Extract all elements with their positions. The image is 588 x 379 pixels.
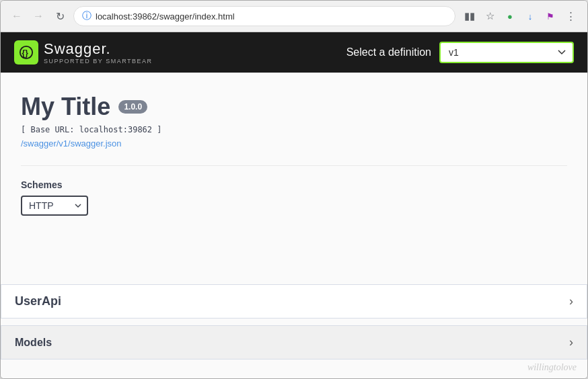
forward-button[interactable]: → [30, 8, 46, 24]
swagger-sub: SUPPORTED BY SMARTBEAR [44, 58, 153, 65]
definition-select[interactable]: v1 v2 [439, 42, 574, 63]
browser-chrome: ← → ↻ ⓘ localhost:39862/swagger/index.ht… [1, 1, 587, 32]
userapi-section: UserApi › [1, 284, 587, 319]
api-title-section: My Title 1.0.0 [21, 93, 567, 121]
swagger-logo: {} Swagger. SUPPORTED BY SMARTBEAR [14, 40, 153, 65]
userapi-chevron: › [569, 294, 573, 308]
watermark: willingtolove [1, 360, 587, 378]
back-button[interactable]: ← [9, 8, 25, 24]
bookmark-button[interactable]: ☆ [481, 7, 499, 25]
swagger-text: Swagger. SUPPORTED BY SMARTBEAR [44, 40, 153, 65]
api-title: My Title [21, 93, 110, 121]
models-title: Models [15, 337, 52, 349]
chrome-actions: ▮▮ ☆ ● ↓ ⚑ ⋮ [461, 7, 579, 25]
refresh-button[interactable]: ↻ [52, 8, 68, 24]
schemes-select[interactable]: HTTP HTTPS [21, 196, 88, 216]
extension-green[interactable]: ● [501, 7, 519, 25]
swagger-json-link[interactable]: /swagger/v1/swagger.json [21, 138, 122, 149]
definition-selector: Select a definition v1 v2 [346, 42, 574, 63]
browser-window: ← → ↻ ⓘ localhost:39862/swagger/index.ht… [0, 0, 588, 379]
swagger-icon: {} [14, 40, 38, 65]
swagger-header: {} Swagger. SUPPORTED BY SMARTBEAR Selec… [1, 32, 587, 73]
swagger-brand: Swagger. [44, 40, 153, 58]
address-bar: ⓘ localhost:39862/swagger/index.html [73, 6, 455, 26]
userapi-section-header[interactable]: UserApi › [1, 285, 587, 318]
userapi-title: UserApi [15, 294, 61, 308]
address-url: localhost:39862/swagger/index.html [96, 11, 235, 22]
page-content: {} Swagger. SUPPORTED BY SMARTBEAR Selec… [1, 32, 587, 378]
svg-text:{}: {} [22, 48, 29, 58]
base-url: [ Base URL: localhost:39862 ] [21, 125, 567, 134]
schemes-label: Schemes [21, 179, 567, 190]
schemes-section: Schemes HTTP HTTPS [21, 165, 567, 216]
extension-purple[interactable]: ⚑ [542, 7, 559, 25]
info-icon: ⓘ [82, 10, 91, 22]
version-badge: 1.0.0 [118, 100, 147, 114]
api-sections: UserApi › Models › [1, 284, 587, 360]
models-header[interactable]: Models › [1, 326, 587, 359]
definition-label: Select a definition [346, 46, 431, 58]
extension-blue[interactable]: ↓ [521, 7, 539, 25]
cast-button[interactable]: ▮▮ [461, 7, 478, 25]
main-content: My Title 1.0.0 [ Base URL: localhost:398… [1, 73, 587, 284]
models-section: Models › [1, 325, 587, 360]
more-menu[interactable]: ⋮ [562, 7, 579, 25]
models-chevron: › [569, 335, 573, 349]
